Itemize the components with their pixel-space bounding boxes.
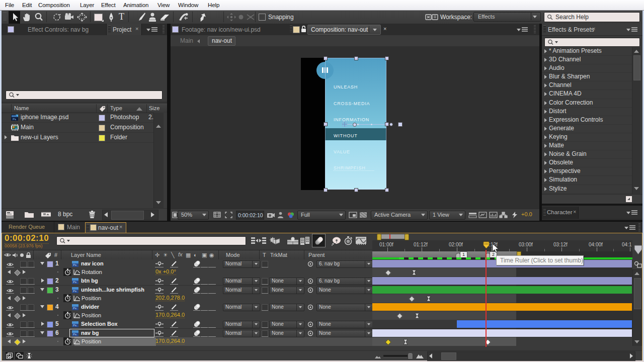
svg-text:Ps: Ps xyxy=(73,263,76,266)
svg-text:Ps: Ps xyxy=(73,307,76,310)
svg-text:Ps: Ps xyxy=(73,333,76,336)
svg-text:Ps: Ps xyxy=(13,118,16,121)
svg-text:Ps: Ps xyxy=(73,324,76,327)
svg-text:Ps: Ps xyxy=(73,290,76,293)
svg-text:Ps: Ps xyxy=(73,281,76,284)
